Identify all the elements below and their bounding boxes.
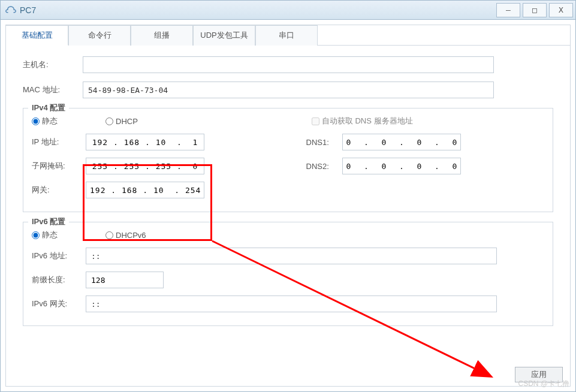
maximize-button[interactable]: □: [523, 3, 547, 17]
ipv4-dhcp-radio-input[interactable]: [105, 117, 113, 125]
ipv4-legend: IPv4 配置: [28, 102, 69, 113]
app-window: PC7 — □ X 基础配置 命令行 组播 UDP发包工具 串口 主机名: MA…: [0, 0, 576, 392]
hostname-input[interactable]: [83, 56, 494, 73]
window-controls: — □ X: [496, 3, 575, 17]
dns2-input[interactable]: [342, 158, 461, 174]
auto-dns-label: 自动获取 DNS 服务器地址: [322, 116, 413, 126]
close-button[interactable]: X: [549, 3, 573, 17]
tab-content: 主机名: MAC 地址: IPv4 配置 静态 DHCP: [6, 46, 570, 386]
ip-address-input[interactable]: [86, 134, 204, 150]
subnet-mask-label: 子网掩码:: [32, 161, 86, 171]
tab-udp-tool[interactable]: UDP发包工具: [193, 25, 255, 46]
ipv6-gateway-input[interactable]: [86, 295, 497, 312]
ipv4-static-radio-input[interactable]: [32, 117, 40, 125]
tab-cli[interactable]: 命令行: [68, 25, 131, 46]
ipv6-dhcp-radio-input[interactable]: [105, 231, 113, 239]
ipv6-fieldset: IPv6 配置 静态 DHCPv6 IPv6 地址: 前缀长: [23, 222, 553, 326]
dns2-label: DNS2:: [306, 162, 342, 171]
ipv6-static-radio[interactable]: 静态: [32, 230, 58, 240]
app-icon: [5, 5, 16, 16]
ipv6-address-label: IPv6 地址:: [32, 251, 86, 261]
gateway-input[interactable]: [86, 182, 204, 198]
ipv4-fieldset: IPv4 配置 静态 DHCP 自动获取 DNS 服务器地址: [23, 108, 553, 212]
ipv6-legend: IPv6 配置: [28, 216, 69, 227]
minimize-button[interactable]: —: [496, 3, 520, 17]
ipv6-static-radio-label: 静态: [42, 230, 58, 240]
ipv6-prefix-input[interactable]: [86, 272, 164, 288]
ipv4-dhcp-radio-label: DHCP: [116, 117, 138, 126]
ipv6-prefix-label: 前缀长度:: [32, 275, 86, 285]
mac-label: MAC 地址:: [23, 85, 83, 95]
tab-multicast[interactable]: 组播: [131, 25, 193, 46]
content-frame: 基础配置 命令行 组播 UDP发包工具 串口 主机名: MAC 地址: IPv4…: [5, 25, 571, 387]
ip-address-label: IP 地址:: [32, 137, 86, 147]
dns1-input[interactable]: [342, 134, 461, 150]
auto-dns-checkbox-input: [312, 117, 319, 125]
ipv4-static-radio[interactable]: 静态: [32, 116, 58, 126]
ipv4-static-radio-label: 静态: [42, 116, 58, 126]
ipv6-gateway-label: IPv6 网关:: [32, 298, 86, 309]
window-title: PC7: [20, 5, 36, 15]
tabs: 基础配置 命令行 组播 UDP发包工具 串口: [6, 25, 570, 46]
ipv6-static-radio-input[interactable]: [32, 231, 40, 239]
hostname-label: 主机名:: [23, 59, 83, 70]
auto-dns-checkbox[interactable]: 自动获取 DNS 服务器地址: [312, 116, 413, 126]
ipv6-dhcp-radio[interactable]: DHCPv6: [105, 231, 146, 240]
mac-input[interactable]: [83, 82, 494, 98]
tab-serial[interactable]: 串口: [255, 25, 318, 46]
tab-basic-config[interactable]: 基础配置: [6, 25, 68, 46]
subnet-mask-input[interactable]: [86, 158, 204, 174]
dns1-label: DNS1:: [306, 138, 342, 147]
ipv4-dhcp-radio[interactable]: DHCP: [105, 117, 138, 126]
gateway-label: 网关:: [32, 185, 86, 195]
ipv6-dhcp-radio-label: DHCPv6: [116, 231, 146, 240]
apply-button[interactable]: 应用: [515, 367, 563, 382]
ipv6-address-input[interactable]: [86, 248, 497, 264]
titlebar: PC7 — □ X: [1, 1, 575, 20]
